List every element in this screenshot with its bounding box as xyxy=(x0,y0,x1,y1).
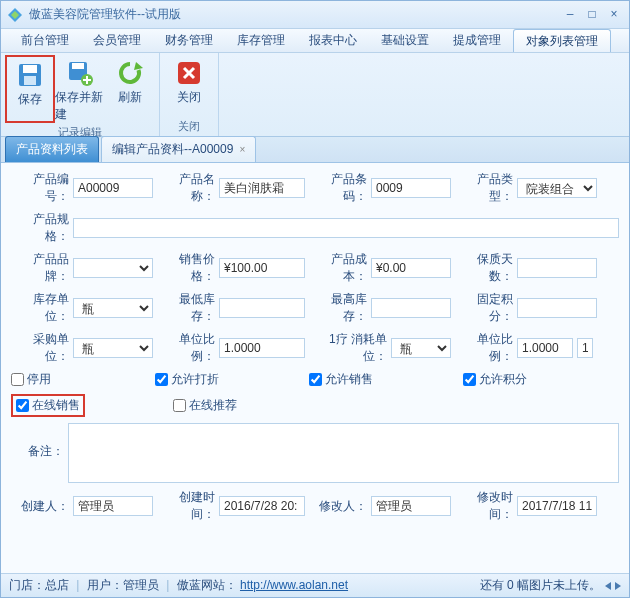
textarea-remark[interactable] xyxy=(68,423,619,483)
select-purchase-unit[interactable]: 瓶 xyxy=(73,338,153,358)
input-creator[interactable] xyxy=(73,496,153,516)
lbl-fixed-points: 固定积分： xyxy=(455,291,513,325)
status-right: 还有 0 幅图片未上传。 xyxy=(480,577,621,594)
ribbon-group-close-label: 关闭 xyxy=(164,117,214,136)
ribbon-group-edit: 保存 保存并新建 刷新 记录编辑 xyxy=(1,53,160,136)
lbl-price: 销售价格： xyxy=(157,251,215,285)
lbl-prod-type: 产品类型： xyxy=(455,171,513,205)
menu-objectlist[interactable]: 对象列表管理 xyxy=(513,29,611,52)
input-unit-ratio2[interactable] xyxy=(517,338,573,358)
statusbar: 门店：总店 | 用户：管理员 | 傲蓝网站： http://www.aolan.… xyxy=(1,573,629,597)
window-title: 傲蓝美容院管理软件--试用版 xyxy=(29,6,557,23)
ribbon: 保存 保存并新建 刷新 记录编辑 关闭 关闭 xyxy=(1,53,629,137)
input-create-time[interactable] xyxy=(219,496,305,516)
lbl-modify-time: 修改时间： xyxy=(455,489,513,523)
save-new-button[interactable]: 保存并新建 xyxy=(55,55,105,123)
input-spec[interactable] xyxy=(73,218,619,238)
chk-allow-discount[interactable]: 允许打折 xyxy=(155,371,219,388)
tab-edit-product[interactable]: 编辑产品资料--A00009× xyxy=(101,136,256,162)
menu-member[interactable]: 会员管理 xyxy=(81,29,153,52)
close-window-button[interactable]: × xyxy=(605,7,623,23)
select-consume-unit[interactable]: 瓶 xyxy=(391,338,451,358)
input-shelf[interactable] xyxy=(517,258,597,278)
close-icon xyxy=(175,59,203,87)
refresh-icon xyxy=(116,59,144,87)
tabbar: 产品资料列表 编辑产品资料--A00009× xyxy=(1,137,629,163)
maximize-button[interactable]: □ xyxy=(583,7,601,23)
status-next-icon[interactable] xyxy=(615,582,621,590)
lbl-purchase-unit: 采购单位： xyxy=(11,331,69,365)
chk-allow-sale[interactable]: 允许销售 xyxy=(309,371,373,388)
select-prod-type[interactable]: 院装组合 xyxy=(517,178,597,198)
chk-allow-points[interactable]: 允许积分 xyxy=(463,371,527,388)
select-brand[interactable] xyxy=(73,258,153,278)
menu-commission[interactable]: 提成管理 xyxy=(441,29,513,52)
lbl-barcode: 产品条码： xyxy=(309,171,367,205)
lbl-shelf: 保质天数： xyxy=(455,251,513,285)
input-prod-name[interactable] xyxy=(219,178,305,198)
input-price[interactable] xyxy=(219,258,305,278)
svg-marker-8 xyxy=(134,62,143,70)
app-window: 傲蓝美容院管理软件--试用版 – □ × 前台管理 会员管理 财务管理 库存管理… xyxy=(0,0,630,598)
app-logo-icon xyxy=(7,7,23,23)
menubar: 前台管理 会员管理 财务管理 库存管理 报表中心 基础设置 提成管理 对象列表管… xyxy=(1,29,629,53)
lbl-max-stock: 最高库存： xyxy=(309,291,367,325)
menu-report[interactable]: 报表中心 xyxy=(297,29,369,52)
form-area: 产品编号： 产品名称： 产品条码： 产品类型： 院装组合 产品规格： 产品品牌：… xyxy=(1,163,629,573)
chk-disable[interactable]: 停用 xyxy=(11,371,51,388)
lbl-creator: 创建人： xyxy=(11,498,69,515)
status-site-link[interactable]: http://www.aolan.net xyxy=(240,578,348,592)
input-prod-no[interactable] xyxy=(73,178,153,198)
lbl-unit-ratio2: 单位比例： xyxy=(455,331,513,365)
tab-product-list[interactable]: 产品资料列表 xyxy=(5,136,99,162)
save-button[interactable]: 保存 xyxy=(5,55,55,123)
menu-finance[interactable]: 财务管理 xyxy=(153,29,225,52)
input-min-stock[interactable] xyxy=(219,298,305,318)
menu-stock[interactable]: 库存管理 xyxy=(225,29,297,52)
lbl-consume-unit: 1疗 消耗单位： xyxy=(309,331,387,365)
input-max-stock[interactable] xyxy=(371,298,451,318)
lbl-brand: 产品品牌： xyxy=(11,251,69,285)
status-prev-icon[interactable] xyxy=(605,582,611,590)
chk-online-sale[interactable]: 在线销售 xyxy=(11,394,85,417)
chk-online-recommend[interactable]: 在线推荐 xyxy=(173,397,237,414)
lbl-remark: 备注： xyxy=(11,423,64,460)
input-barcode[interactable] xyxy=(371,178,451,198)
minimize-button[interactable]: – xyxy=(561,7,579,23)
lbl-unit-ratio1: 单位比例： xyxy=(157,331,215,365)
save-icon xyxy=(16,61,44,89)
lbl-spec: 产品规格： xyxy=(11,211,69,245)
svg-rect-6 xyxy=(72,63,84,69)
save-label: 保存 xyxy=(18,91,42,108)
titlebar: 傲蓝美容院管理软件--试用版 – □ × xyxy=(1,1,629,29)
tab-close-icon[interactable]: × xyxy=(239,144,245,155)
refresh-label: 刷新 xyxy=(118,89,142,106)
input-unit-ratio1[interactable] xyxy=(219,338,305,358)
ribbon-group-close: 关闭 关闭 xyxy=(160,53,219,136)
svg-rect-3 xyxy=(23,65,37,73)
close-button[interactable]: 关闭 xyxy=(164,55,214,117)
lbl-stock-unit: 库存单位： xyxy=(11,291,69,325)
input-unit-ratio2-extra[interactable] xyxy=(577,338,593,358)
input-modifier[interactable] xyxy=(371,496,451,516)
svg-rect-4 xyxy=(24,76,36,85)
lbl-min-stock: 最低库存： xyxy=(157,291,215,325)
lbl-create-time: 创建时间： xyxy=(157,489,215,523)
select-stock-unit[interactable]: 瓶 xyxy=(73,298,153,318)
close-label: 关闭 xyxy=(177,89,201,106)
lbl-prod-name: 产品名称： xyxy=(157,171,215,205)
save-new-icon xyxy=(66,59,94,87)
lbl-cost: 产品成本： xyxy=(309,251,367,285)
save-new-label: 保存并新建 xyxy=(55,89,105,123)
input-modify-time[interactable] xyxy=(517,496,597,516)
menu-front[interactable]: 前台管理 xyxy=(9,29,81,52)
input-fixed-points[interactable] xyxy=(517,298,597,318)
status-left: 门店：总店 | 用户：管理员 | 傲蓝网站： http://www.aolan.… xyxy=(9,577,348,594)
menu-settings[interactable]: 基础设置 xyxy=(369,29,441,52)
lbl-prod-no: 产品编号： xyxy=(11,171,69,205)
refresh-button[interactable]: 刷新 xyxy=(105,55,155,123)
lbl-modifier: 修改人： xyxy=(309,498,367,515)
input-cost[interactable] xyxy=(371,258,451,278)
